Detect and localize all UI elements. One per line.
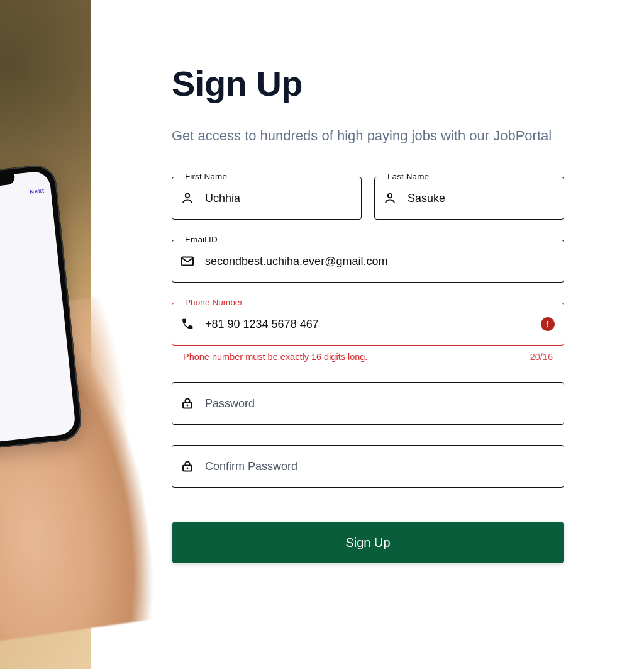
mail-icon — [180, 254, 195, 269]
hero-image-panel: ıll ••• Next — [0, 0, 91, 669]
phone-field[interactable]: Phone Number ! — [172, 303, 564, 346]
signup-form-panel: Sign Up Get access to hundreds of high p… — [91, 0, 644, 669]
svg-point-1 — [388, 194, 392, 198]
lock-icon — [180, 459, 195, 474]
lock-icon — [180, 396, 195, 411]
page-title: Sign Up — [172, 63, 604, 104]
phone-error-text: Phone number must be exactly 16 digits l… — [183, 352, 367, 362]
last-name-label: Last Name — [384, 172, 433, 181]
error-icon: ! — [541, 317, 555, 331]
last-name-field[interactable]: Last Name — [374, 177, 564, 220]
email-input[interactable] — [205, 240, 555, 282]
first-name-input[interactable] — [205, 177, 352, 219]
last-name-input[interactable] — [408, 177, 555, 219]
first-name-field[interactable]: First Name — [172, 177, 362, 220]
svg-point-0 — [186, 194, 189, 198]
phone-helper-row: Phone number must be exactly 16 digits l… — [172, 352, 564, 362]
password-input[interactable] — [205, 383, 555, 424]
phone-icon — [180, 317, 195, 332]
confirm-password-input[interactable] — [205, 446, 555, 487]
signup-button[interactable]: Sign Up — [172, 522, 564, 563]
person-icon — [382, 191, 397, 206]
svg-point-4 — [187, 405, 189, 407]
email-label: Email ID — [181, 235, 221, 244]
first-name-label: First Name — [181, 172, 231, 181]
email-field[interactable]: Email ID — [172, 240, 564, 283]
password-field[interactable] — [172, 382, 564, 425]
phone-input[interactable] — [205, 303, 535, 345]
phone-char-counter: 20/16 — [530, 352, 553, 362]
page-subtitle: Get access to hundreds of high paying jo… — [172, 125, 562, 147]
confirm-password-field[interactable] — [172, 445, 564, 488]
person-icon — [180, 191, 195, 206]
phone-label: Phone Number — [181, 298, 247, 307]
signup-form: First Name Last Name — [172, 177, 564, 563]
svg-point-6 — [187, 468, 189, 469]
